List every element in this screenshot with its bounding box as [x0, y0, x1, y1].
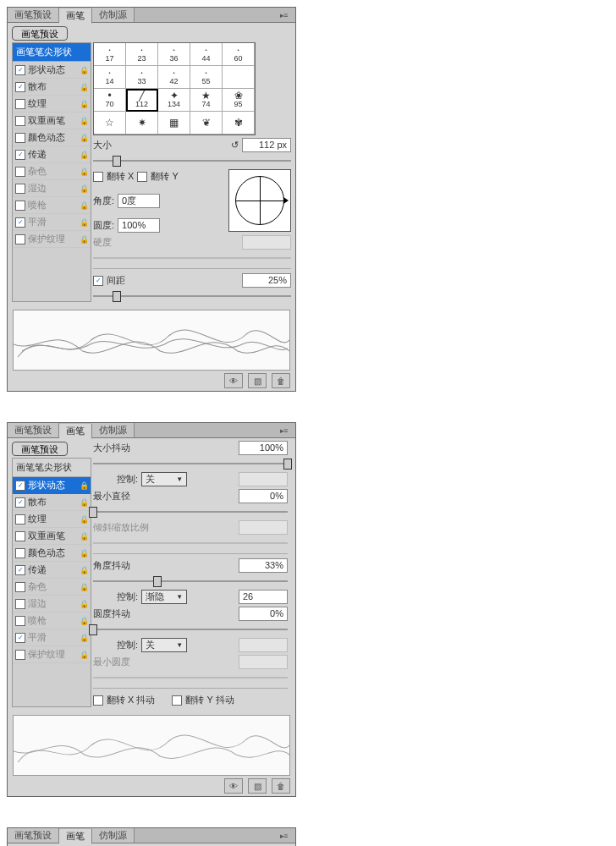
lock-icon[interactable]: 🔒: [80, 83, 88, 91]
tab-clone-source[interactable]: 仿制源: [92, 828, 135, 843]
sidebar-checkbox[interactable]: [15, 116, 25, 126]
sidebar-checkbox[interactable]: [15, 99, 25, 109]
size-jitter-value[interactable]: 100%: [239, 441, 288, 455]
sidebar-checkbox[interactable]: [15, 531, 25, 541]
sidebar-checkbox[interactable]: ✓: [15, 217, 25, 228]
brush-tip-cell[interactable]: ✾: [223, 112, 255, 135]
new-brush-icon[interactable]: ▧: [248, 778, 267, 794]
lock-icon[interactable]: 🔒: [80, 481, 88, 490]
sidebar-checkbox[interactable]: [15, 599, 25, 609]
lock-icon[interactable]: 🔒: [80, 583, 88, 591]
angle-jitter-slider[interactable]: [93, 576, 288, 586]
sidebar-item[interactable]: 保护纹理🔒: [13, 231, 91, 248]
lock-icon[interactable]: 🔒: [80, 151, 88, 159]
angle-preview[interactable]: [228, 169, 291, 232]
sidebar-item[interactable]: 颜色动态🔒: [13, 545, 91, 562]
sidebar-item[interactable]: ✓形状动态🔒: [13, 62, 91, 79]
lock-icon[interactable]: 🔒: [80, 168, 88, 176]
min-diameter-slider[interactable]: [93, 507, 288, 517]
preset-button[interactable]: 画笔预设: [12, 442, 68, 456]
roundness-value[interactable]: 100%: [118, 218, 160, 233]
sidebar-checkbox[interactable]: [15, 201, 25, 211]
brush-tip-cell[interactable]: ╱112: [126, 89, 158, 112]
sidebar-item[interactable]: ✓散布🔒: [13, 494, 91, 511]
lock-icon[interactable]: 🔒: [80, 184, 88, 193]
brush-tip-cell[interactable]: •17: [94, 43, 126, 66]
sidebar-checkbox[interactable]: [15, 548, 25, 558]
new-brush-icon[interactable]: ▧: [248, 373, 267, 388]
sidebar-head[interactable]: 画笔笔尖形状: [13, 43, 91, 62]
size-jitter-slider[interactable]: [93, 459, 288, 469]
brush-tip-cell[interactable]: ❦: [190, 112, 223, 135]
tab-presets[interactable]: 画笔预设: [8, 8, 59, 22]
lock-icon[interactable]: 🔒: [80, 515, 88, 524]
sidebar-item[interactable]: 纹理🔒: [13, 96, 91, 113]
lock-icon[interactable]: 🔒: [80, 100, 88, 108]
spacing-value[interactable]: 25%: [242, 273, 291, 288]
brush-tip-cell[interactable]: ▦: [158, 112, 190, 135]
control-dropdown[interactable]: 渐隐▼: [141, 590, 187, 604]
brush-tip-cell[interactable]: •70: [94, 89, 126, 112]
lock-icon[interactable]: 🔒: [80, 134, 88, 142]
sidebar-item[interactable]: 杂色🔒: [13, 163, 91, 180]
sidebar-item[interactable]: ✓传递🔒: [13, 562, 91, 579]
sidebar-item[interactable]: 杂色🔒: [13, 579, 91, 596]
brush-tip-cell[interactable]: ❀95: [223, 89, 255, 112]
brush-tip-cell[interactable]: •33: [126, 66, 158, 89]
control-value[interactable]: 26: [239, 590, 288, 604]
sidebar-head[interactable]: 画笔笔尖形状: [13, 459, 91, 477]
min-diameter-value[interactable]: 0%: [239, 489, 288, 503]
reset-size-icon[interactable]: ↺: [231, 140, 239, 151]
lock-icon[interactable]: 🔒: [80, 600, 88, 608]
sidebar-checkbox[interactable]: ✓: [15, 497, 25, 508]
brush-tip-cell[interactable]: ✷: [126, 112, 158, 135]
brush-tip-cell[interactable]: •36: [158, 43, 190, 66]
delete-icon[interactable]: 🗑: [272, 373, 290, 388]
sidebar-item[interactable]: 颜色动态🔒: [13, 129, 91, 146]
size-slider[interactable]: [93, 156, 291, 166]
sidebar-item[interactable]: 湿边🔒: [13, 596, 91, 613]
lock-icon[interactable]: 🔒: [80, 617, 88, 625]
tab-brush[interactable]: 画笔: [59, 829, 92, 844]
sidebar-item[interactable]: 纹理🔒: [13, 511, 91, 528]
sidebar-item[interactable]: 喷枪🔒: [13, 613, 91, 629]
toggle-preview-icon[interactable]: 👁: [224, 778, 243, 794]
sidebar-checkbox[interactable]: [15, 616, 25, 626]
flip-x-checkbox[interactable]: [93, 172, 103, 182]
flip-y-checkbox[interactable]: [137, 172, 147, 182]
tab-brush[interactable]: 画笔: [59, 8, 92, 24]
sidebar-checkbox[interactable]: [15, 133, 25, 143]
lock-icon[interactable]: 🔒: [80, 532, 88, 541]
lock-icon[interactable]: 🔒: [80, 201, 88, 210]
brush-tip-cell[interactable]: [223, 66, 255, 89]
brush-tip-cell[interactable]: •23: [126, 43, 158, 66]
preset-button[interactable]: 画笔预设: [12, 26, 68, 41]
roundness-jitter-value[interactable]: 0%: [239, 607, 288, 621]
brush-tip-cell[interactable]: •44: [190, 43, 223, 66]
sidebar-item[interactable]: ✓形状动态🔒: [13, 477, 91, 494]
sidebar-checkbox[interactable]: [15, 234, 25, 244]
lock-icon[interactable]: 🔒: [80, 117, 88, 125]
panel-menu-icon[interactable]: ▸≡: [277, 830, 295, 842]
size-value[interactable]: 112 px: [242, 138, 291, 152]
lock-icon[interactable]: 🔒: [80, 235, 88, 244]
brush-tip-cell[interactable]: •14: [94, 66, 126, 89]
sidebar-checkbox[interactable]: [15, 582, 25, 592]
sidebar-checkbox[interactable]: ✓: [15, 633, 25, 643]
brush-tip-cell[interactable]: •60: [223, 43, 255, 66]
brush-tip-cell[interactable]: ✦134: [158, 89, 190, 112]
sidebar-item[interactable]: ✓平滑🔒: [13, 629, 91, 646]
lock-icon[interactable]: 🔒: [80, 651, 88, 659]
panel-menu-icon[interactable]: ▸≡: [277, 425, 295, 437]
sidebar-checkbox[interactable]: [15, 514, 25, 525]
sidebar-item[interactable]: 双重画笔🔒: [13, 113, 91, 129]
roundness-jitter-slider[interactable]: [93, 624, 288, 634]
sidebar-checkbox[interactable]: [15, 167, 25, 177]
lock-icon[interactable]: 🔒: [80, 634, 88, 642]
sidebar-checkbox[interactable]: ✓: [15, 82, 25, 92]
sidebar-item[interactable]: 湿边🔒: [13, 180, 91, 197]
tab-clone-source[interactable]: 仿制源: [92, 8, 135, 22]
sidebar-item[interactable]: ✓散布🔒: [13, 79, 91, 96]
brush-tip-cell[interactable]: ★74: [190, 89, 223, 112]
angle-value[interactable]: 0度: [118, 194, 160, 208]
